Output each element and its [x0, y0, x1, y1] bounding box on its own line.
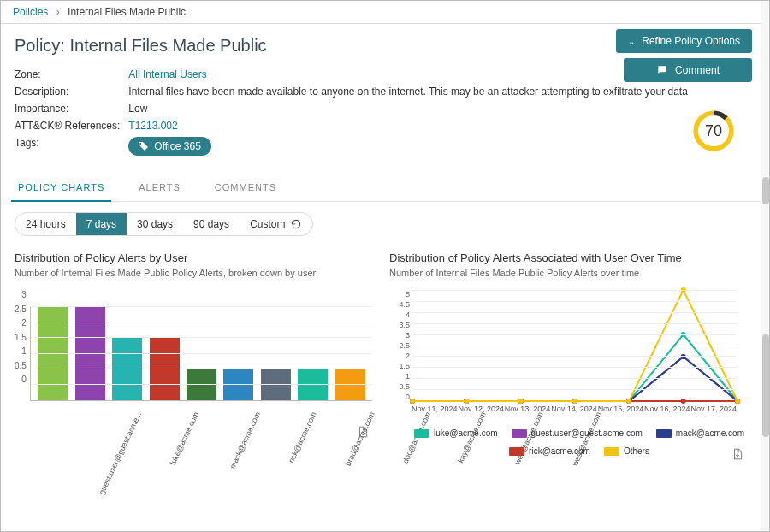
bar-xtick: rick@acme.com	[287, 411, 317, 464]
tab-alerts[interactable]: ALERTS	[135, 175, 184, 201]
legend-item[interactable]: rick@acme.com	[509, 446, 590, 456]
range-24h[interactable]: 24 hours	[15, 213, 76, 235]
line-point	[735, 399, 740, 404]
line-xtick: Nov 11, 2024	[412, 405, 458, 413]
bar-chart: 32.521.510.50 guest.user@guest.acme...lu…	[15, 290, 372, 413]
meta-desc-key: Description:	[15, 83, 128, 100]
scrollbar-track[interactable]	[761, 1, 769, 531]
bar-xtick: brad@acme.com	[344, 411, 376, 467]
bar-xtick: luke@acme.com	[169, 411, 200, 466]
attck-link[interactable]: T1213.002	[128, 120, 177, 132]
comment-label: Comment	[675, 64, 720, 76]
meta-desc-value: Internal files have been made available …	[128, 83, 695, 100]
time-range-selector: 24 hours 7 days 30 days 90 days Custom	[15, 212, 313, 236]
legend-item[interactable]: luke@acme.com	[414, 429, 498, 438]
range-custom-label: Custom	[250, 218, 285, 230]
line-xtick: Nov 14, 2024	[551, 405, 597, 413]
chart1-subtitle: Number of Internal Files Made Public Pol…	[15, 268, 372, 278]
bar-xtick: mack@acme.com	[228, 411, 263, 470]
line-point	[572, 399, 578, 404]
meta-attck-key: ATT&CK® References:	[15, 117, 128, 134]
range-custom[interactable]: Custom	[240, 213, 312, 235]
range-7d[interactable]: 7 days	[76, 213, 127, 235]
line-point	[410, 399, 415, 404]
score-ring: 70	[692, 109, 735, 152]
line-point	[681, 399, 686, 404]
refine-policy-button[interactable]: ⌄ Refine Policy Options	[616, 29, 752, 53]
tag-chip[interactable]: Office 365	[128, 137, 210, 156]
legend-item[interactable]: mack@acme.com	[656, 429, 744, 438]
legend-label: guest.user@guest.acme.com	[531, 429, 643, 438]
breadcrumb: Policies › Internal Files Made Public	[1, 1, 761, 24]
download-icon[interactable]	[732, 447, 743, 461]
tag-icon	[139, 141, 149, 151]
breadcrumb-root-link[interactable]: Policies	[13, 6, 48, 18]
meta-zone-key: Zone:	[15, 66, 128, 83]
legend-swatch	[604, 447, 619, 456]
line-xtick: Nov 17, 2024	[690, 405, 737, 413]
legend-label: Others	[624, 446, 649, 456]
line-xtick: Nov 13, 2024	[505, 405, 551, 413]
tab-policy-charts[interactable]: POLICY CHARTS	[15, 175, 108, 201]
legend-swatch	[512, 429, 527, 438]
range-90d[interactable]: 90 days	[183, 213, 240, 235]
refine-policy-label: Refine Policy Options	[642, 35, 740, 47]
legend-item[interactable]: guest.user@guest.acme.com	[512, 429, 643, 438]
tag-label: Office 365	[154, 140, 200, 152]
line-point	[626, 399, 631, 404]
comment-button[interactable]: Comment	[624, 58, 752, 82]
line-point	[464, 399, 469, 404]
chart1-title: Distribution of Policy Alerts by User	[15, 251, 372, 264]
line-xtick: Nov 12, 2024	[458, 405, 504, 413]
meta-importance-value: Low	[128, 100, 695, 117]
line-xtick: Nov 16, 2024	[644, 405, 690, 413]
line-point	[518, 399, 524, 404]
line-chart: 54.543.532.521.510.50 Nov 11, 2024Nov 12…	[389, 290, 747, 456]
download-icon[interactable]	[357, 425, 369, 439]
chart2-subtitle: Number of Internal Files Made Public Pol…	[389, 268, 747, 278]
chart2-title: Distribution of Policy Alerts Associated…	[389, 251, 747, 264]
legend-swatch	[414, 429, 429, 438]
scrollbar-thumb[interactable]	[762, 334, 769, 437]
comment-icon	[656, 64, 668, 76]
legend-swatch	[656, 429, 672, 438]
meta-importance-key: Importance:	[15, 100, 128, 117]
chevron-right-icon: ›	[56, 6, 60, 18]
bar	[112, 338, 142, 400]
legend-label: luke@acme.com	[434, 429, 498, 438]
refresh-icon	[290, 218, 302, 230]
legend-label: rick@acme.com	[529, 446, 590, 456]
range-30d[interactable]: 30 days	[127, 213, 183, 235]
score-value: 70	[692, 109, 735, 152]
scrollbar-thumb[interactable]	[762, 177, 769, 204]
breadcrumb-current: Internal Files Made Public	[68, 6, 186, 18]
tab-comments[interactable]: COMMENTS	[211, 175, 280, 201]
meta-tags-key: Tags:	[15, 134, 128, 158]
legend-swatch	[509, 447, 524, 456]
chevron-down-icon: ⌄	[628, 37, 635, 46]
legend-label: mack@acme.com	[676, 429, 744, 438]
zone-link[interactable]: All Internal Users	[128, 68, 206, 80]
line-xtick: Nov 15, 2024	[598, 405, 644, 413]
legend-item[interactable]: Others	[604, 446, 649, 456]
bar	[150, 338, 180, 400]
bar-xtick: guest.user@guest.acme...	[98, 411, 144, 496]
